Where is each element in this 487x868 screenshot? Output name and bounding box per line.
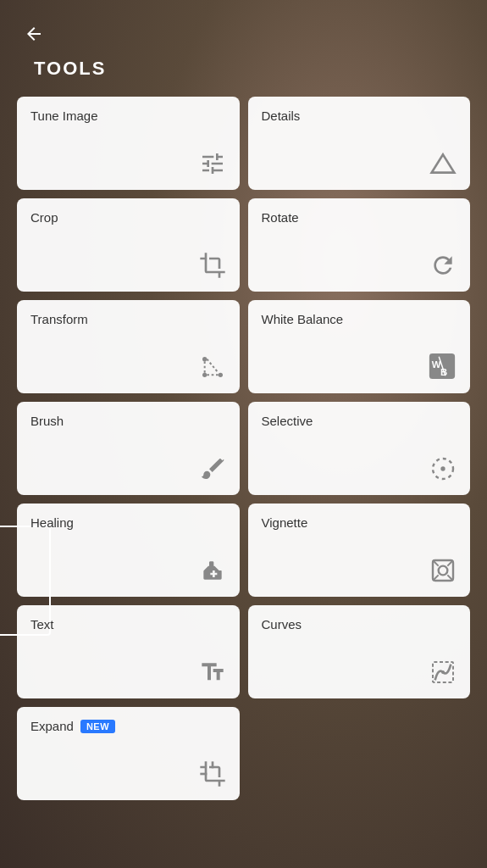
tool-rotate[interactable]: Rotate (248, 198, 471, 292)
transform-icon (199, 353, 226, 385)
selective-icon (429, 455, 457, 487)
svg-point-12 (440, 466, 445, 470)
tools-grid: Tune Image Details Crop (0, 97, 487, 817)
svg-text:W: W (432, 359, 441, 370)
tool-curves[interactable]: Curves (248, 605, 471, 698)
rotate-icon (429, 252, 457, 283)
svg-point-1 (202, 373, 207, 377)
tool-brush[interactable]: Brush (17, 402, 240, 495)
tool-crop[interactable]: Crop (17, 198, 240, 292)
tool-text[interactable]: Text (17, 605, 240, 698)
brush-icon (199, 455, 226, 487)
back-button[interactable] (17, 17, 51, 56)
healing-icon (199, 557, 226, 588)
details-icon (429, 150, 457, 181)
tool-tune-image[interactable]: Tune Image (17, 97, 240, 190)
svg-point-3 (202, 357, 207, 361)
svg-line-6 (207, 359, 218, 373)
tool-healing[interactable]: Healing (17, 504, 240, 597)
tune-icon (199, 150, 226, 181)
tool-selective[interactable]: Selective (248, 402, 471, 495)
svg-point-2 (218, 373, 222, 377)
svg-point-14 (439, 566, 448, 576)
tool-transform[interactable]: Transform (17, 300, 240, 393)
curves-icon (429, 659, 457, 690)
svg-rect-21 (200, 773, 207, 776)
crop-icon (199, 252, 226, 283)
tool-white-balance[interactable]: White Balance W B (248, 300, 471, 393)
svg-rect-22 (211, 761, 213, 768)
tool-details[interactable]: Details (248, 97, 471, 190)
new-badge: NEW (80, 720, 115, 733)
wb-icon: W B (428, 352, 457, 385)
text-icon (199, 659, 226, 690)
svg-point-20 (441, 670, 445, 674)
svg-marker-0 (432, 154, 455, 172)
vignette-icon (429, 557, 457, 588)
tool-expand[interactable]: Expand NEW (17, 707, 240, 800)
tool-vignette[interactable]: Vignette (248, 504, 471, 597)
expand-icon (199, 760, 226, 792)
page-title: TOOLS (0, 0, 487, 97)
